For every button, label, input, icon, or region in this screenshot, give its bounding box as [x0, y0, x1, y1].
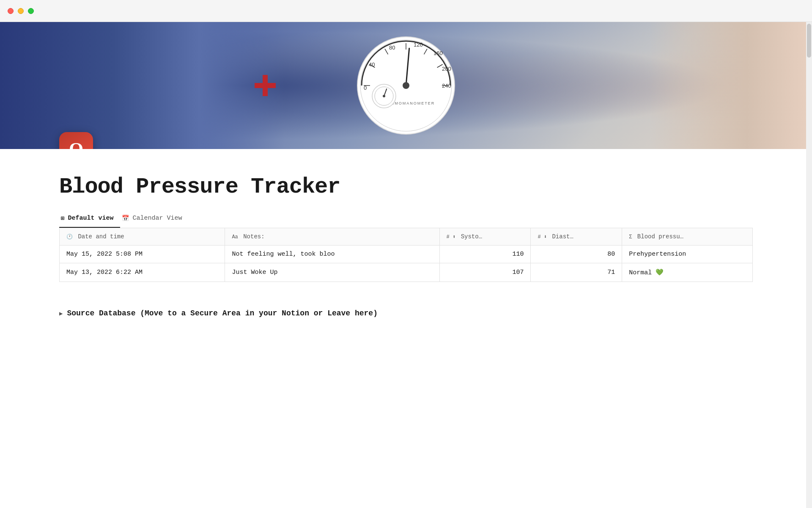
cell-datetime-1: May 15, 2022 5:08 PM: [60, 246, 225, 263]
database-table: 🕐 Date and time Aa Notes: # ⬆ Systo… # ⬇…: [59, 228, 753, 282]
hero-gauge: 0 40 80 120 160 200 240 SPHYGMOMANOMETER: [351, 30, 461, 141]
col-bp-status[interactable]: Σ Blood pressu…: [622, 228, 753, 246]
calendar-view-icon: 📅: [122, 215, 129, 222]
svg-text:0: 0: [364, 85, 367, 91]
svg-text:200: 200: [442, 66, 451, 72]
scrollbar-thumb[interactable]: [807, 24, 811, 58]
col-datetime[interactable]: 🕐 Date and time: [60, 228, 225, 246]
col-diastolic-label: Diast…: [552, 233, 573, 240]
red-cross-icon: [255, 75, 276, 96]
tab-default-view[interactable]: ⊞ Default view: [59, 211, 120, 228]
cell-datetime-2: May 13, 2022 6:22 AM: [60, 263, 225, 282]
svg-point-22: [383, 95, 385, 97]
svg-text:120: 120: [414, 41, 423, 48]
table-header-row: 🕐 Date and time Aa Notes: # ⬆ Systo… # ⬇…: [60, 228, 753, 246]
page-title: Blood Pressure Tracker: [59, 174, 753, 199]
view-tabs: ⊞ Default view 📅 Calendar View: [59, 211, 753, 228]
cell-bp-status-1: Prehypertension: [622, 246, 753, 263]
content-area: Blood Pressure Tracker ⊞ Default view 📅 …: [0, 149, 812, 341]
hero-banner: 0 40 80 120 160 200 240 SPHYGMOMANOMETER: [0, 22, 812, 149]
col-notes-label: Notes:: [243, 233, 264, 240]
col-systolic[interactable]: # ⬆ Systo…: [439, 228, 531, 246]
cell-systolic-1: 110: [439, 246, 531, 263]
page-container: 0 40 80 120 160 200 240 SPHYGMOMANOMETER: [0, 22, 812, 341]
source-toggle[interactable]: ▶ Source Database (Move to a Secure Area…: [59, 309, 753, 318]
col-diastolic[interactable]: # ⬇ Diast…: [531, 228, 622, 246]
minimize-button[interactable]: [18, 8, 24, 14]
close-button[interactable]: [8, 8, 14, 14]
tab-calendar-view[interactable]: 📅 Calendar View: [120, 211, 189, 228]
page-icon-wrapper: O: [59, 132, 93, 149]
col-systolic-label: Systo…: [461, 233, 482, 240]
toggle-arrow-icon: ▶: [59, 310, 63, 317]
table-row[interactable]: May 15, 2022 5:08 PM Not feeling well, t…: [60, 246, 753, 263]
svg-text:80: 80: [389, 44, 395, 51]
col-datetime-label: Date and time: [78, 233, 124, 240]
diastolic-icon: # ⬇: [538, 234, 547, 240]
scrollbar-track[interactable]: [806, 22, 812, 508]
tab-default-label: Default view: [68, 215, 113, 222]
hero-hand: [650, 22, 812, 149]
cell-systolic-2: 107: [439, 263, 531, 282]
cell-notes-2: Just Woke Up: [225, 263, 439, 282]
table-row[interactable]: May 13, 2022 6:22 AM Just Woke Up 107 71…: [60, 263, 753, 282]
bp-status-icon: Σ: [629, 234, 632, 240]
datetime-icon: 🕐: [66, 234, 73, 240]
source-label: Source Database (Move to a Secure Area i…: [67, 309, 378, 318]
col-notes[interactable]: Aa Notes:: [225, 228, 439, 246]
col-bp-status-label: Blood pressu…: [637, 233, 683, 240]
svg-text:160: 160: [433, 50, 443, 56]
page-icon-letter: O: [69, 138, 83, 149]
cell-notes-1: Not feeling well, took bloo: [225, 246, 439, 263]
hero-cuff: [0, 22, 284, 149]
systolic-icon: # ⬆: [447, 234, 456, 240]
notes-icon: Aa: [232, 234, 238, 240]
cell-diastolic-1: 80: [531, 246, 622, 263]
svg-text:40: 40: [369, 61, 375, 68]
cell-diastolic-2: 71: [531, 263, 622, 282]
maximize-button[interactable]: [28, 8, 34, 14]
page-icon: O: [59, 132, 93, 149]
svg-text:240: 240: [442, 83, 451, 89]
default-view-icon: ⊞: [61, 215, 64, 222]
source-section: ▶ Source Database (Move to a Secure Area…: [59, 302, 753, 324]
svg-point-17: [403, 82, 409, 89]
cell-bp-status-2: Normal 💚: [622, 263, 753, 282]
tab-calendar-label: Calendar View: [132, 215, 182, 222]
window-chrome: [0, 0, 812, 22]
